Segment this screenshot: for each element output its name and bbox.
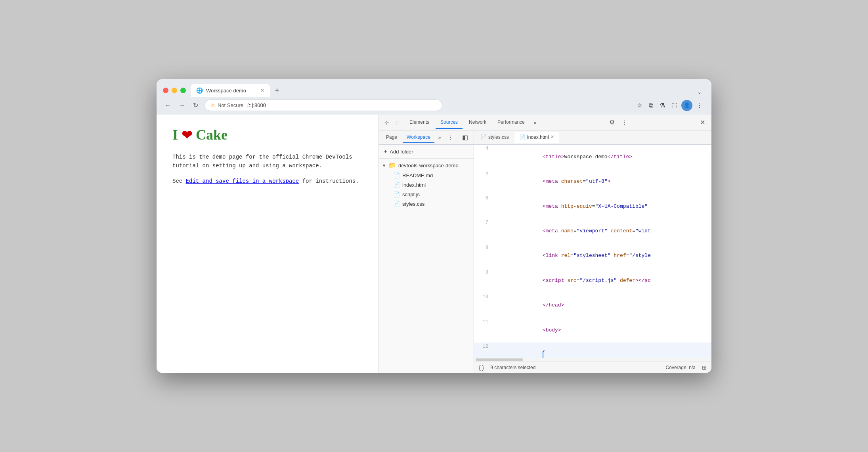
address-bar: ← → ↻ ⚠ Not Secure [::]:8000 ☆ ⧉ ⚗ ⬚ 👤 ⋮ xyxy=(157,97,711,115)
browser-tab-active[interactable]: 🌐 Workspace demo ✕ xyxy=(191,84,270,97)
code-line-10: 10 </head> xyxy=(474,293,711,318)
script-file-icon: 📄 xyxy=(393,191,400,197)
devtools-topbar: ⊹ ⬚ Elements Sources Network Performance… xyxy=(379,115,711,130)
user-avatar[interactable]: 👤 xyxy=(681,100,692,111)
flask-icon[interactable]: ⚗ xyxy=(657,99,667,111)
styles-tab-icon: 📄 xyxy=(480,134,487,140)
extensions-icon[interactable]: ⧉ xyxy=(646,100,656,111)
readme-file-name: README.md xyxy=(402,172,433,178)
devtools-menu-icon[interactable]: ⋮ xyxy=(619,117,630,128)
code-line-7: 7 <meta name="viewport" content="widt xyxy=(474,219,711,243)
scrollbar-thumb xyxy=(476,358,523,361)
tab-bar: 🌐 Workspace demo ✕ + ⌄ xyxy=(191,84,705,97)
add-folder-row[interactable]: + Add folder xyxy=(379,145,474,159)
code-tab-index[interactable]: 📄 index.html ✕ xyxy=(514,132,559,143)
code-line-9: 9 <script src="/script.js" defer></sc xyxy=(474,268,711,293)
devtools-statusbar: { } 9 characters selected Coverage: n/a … xyxy=(474,362,711,373)
code-scrollbar[interactable] xyxy=(474,358,711,362)
page-paragraph-2: See Edit and save files in a workspace f… xyxy=(172,177,363,186)
page-paragraph-1: This is the demo page for the official C… xyxy=(172,153,363,170)
new-tab-button[interactable]: + xyxy=(271,84,283,97)
nav-back-button[interactable]: ← xyxy=(163,100,172,111)
styles-tab-label: styles.css xyxy=(488,134,509,140)
tab-favicon: 🌐 xyxy=(196,87,203,94)
toolbar-icons: ☆ ⧉ ⚗ ⬚ 👤 ⋮ xyxy=(635,99,705,111)
index-file-icon: 📄 xyxy=(393,182,400,188)
devtools-body: Page Workspace » ⋮ ◧ + Add folder ▼ 📁 xyxy=(379,130,711,373)
tab-close-button[interactable]: ✕ xyxy=(260,88,264,93)
tree-file-readme[interactable]: 📄 README.md xyxy=(379,170,474,180)
page-link[interactable]: Edit and save files in a workspace xyxy=(186,178,299,184)
traffic-lights xyxy=(163,88,186,93)
sources-collapse-button[interactable]: ◧ xyxy=(460,132,470,143)
sources-tab-workspace[interactable]: Workspace xyxy=(403,132,434,143)
traffic-lights-row: 🌐 Workspace demo ✕ + ⌄ xyxy=(163,84,705,97)
security-warning-icon: ⚠ xyxy=(210,102,215,108)
body2-suffix: for instructions. xyxy=(299,178,359,184)
sources-tab-menu-icon[interactable]: ⋮ xyxy=(445,133,455,142)
code-tabs: 📄 styles.css 📄 index.html ✕ xyxy=(474,130,711,145)
tab-performance[interactable]: Performance xyxy=(493,116,530,129)
devtools-panel: ⊹ ⬚ Elements Sources Network Performance… xyxy=(379,115,711,373)
address-url: [::]:8000 xyxy=(247,102,266,108)
address-input[interactable]: ⚠ Not Secure [::]:8000 xyxy=(205,100,442,111)
code-line-5: 5 <meta charset="utf-8"> xyxy=(474,169,711,194)
code-line-12: 12 <h1>I ♥ Cake</h1> xyxy=(474,343,711,358)
add-folder-label: Add folder xyxy=(390,149,413,155)
traffic-light-minimize[interactable] xyxy=(172,88,177,93)
tree-file-index[interactable]: 📄 index.html xyxy=(379,180,474,190)
nav-refresh-button[interactable]: ↻ xyxy=(191,100,200,111)
devtools-more-tabs-icon[interactable]: » xyxy=(531,117,539,128)
tab-elements[interactable]: Elements xyxy=(405,116,434,129)
bookmark-icon[interactable]: ☆ xyxy=(635,99,645,111)
devtools-device-icon[interactable]: ⬚ xyxy=(393,117,403,128)
tree-file-script[interactable]: 📄 script.js xyxy=(379,190,474,199)
traffic-light-fullscreen[interactable] xyxy=(180,88,186,93)
traffic-light-close[interactable] xyxy=(163,88,168,93)
code-line-11: 11 <body> xyxy=(474,318,711,343)
devtools-settings-icon[interactable]: ⚙ xyxy=(606,117,618,128)
not-secure-label: Not Secure xyxy=(218,102,243,108)
devtools-cursor-icon[interactable]: ⊹ xyxy=(382,117,392,128)
tab-network[interactable]: Network xyxy=(464,116,491,129)
format-icon[interactable]: { } xyxy=(479,364,484,371)
index-tab-label: index.html xyxy=(527,134,549,140)
coverage-label: Coverage: n/a xyxy=(666,365,696,370)
readme-file-icon: 📄 xyxy=(393,172,400,178)
code-line-8: 8 <link rel="stylesheet" href="/style xyxy=(474,244,711,268)
code-selection-box: <h1>I ♥ Cake</h1> xyxy=(493,350,601,358)
browser-menu-icon[interactable]: ⋮ xyxy=(694,99,705,111)
page-body: This is the demo page for the official C… xyxy=(172,153,363,186)
tab-title: Workspace demo xyxy=(206,88,257,94)
code-tab-styles[interactable]: 📄 styles.css xyxy=(476,132,514,143)
main-area: I ❤ Cake This is the demo page for the o… xyxy=(157,115,711,373)
sources-tab-more[interactable]: » xyxy=(436,133,444,142)
script-file-name: script.js xyxy=(402,192,420,197)
tree-folder-devtools[interactable]: ▼ 📁 devtools-workspace-demo xyxy=(379,160,474,170)
page-content: I ❤ Cake This is the demo page for the o… xyxy=(157,115,379,373)
index-file-name: index.html xyxy=(402,182,426,188)
folder-icon: 📁 xyxy=(388,162,396,169)
add-folder-plus-icon: + xyxy=(384,148,387,155)
sidebar-icon[interactable]: ⬚ xyxy=(669,99,680,111)
sources-tab-page[interactable]: Page xyxy=(382,132,401,143)
sources-tabs: Page Workspace » ⋮ ◧ xyxy=(379,130,474,145)
tab-sources[interactable]: Sources xyxy=(436,116,463,129)
devtools-close-button[interactable]: ✕ xyxy=(697,117,708,128)
tab-chevron-icon[interactable]: ⌄ xyxy=(694,87,705,97)
code-tab-close-icon[interactable]: ✕ xyxy=(551,134,554,140)
sources-sidebar: Page Workspace » ⋮ ◧ + Add folder ▼ 📁 xyxy=(379,130,474,373)
heading-i: I xyxy=(172,127,178,143)
nav-forward-button[interactable]: → xyxy=(177,100,187,111)
browser-window: 🌐 Workspace demo ✕ + ⌄ ← → ↻ ⚠ Not Secur… xyxy=(157,79,711,373)
screenshot-icon[interactable]: ⊞ xyxy=(702,364,707,371)
code-line-6: 6 <meta http-equiv="X-UA-Compatible" xyxy=(474,194,711,219)
heart-icon: ❤ xyxy=(182,128,192,142)
styles-file-name: styles.css xyxy=(402,201,424,207)
tree-file-styles[interactable]: 📄 styles.css xyxy=(379,199,474,209)
code-editor[interactable]: 4 <title>Workspace demo</title> 5 <meta … xyxy=(474,145,711,358)
chars-selected-label: 9 characters selected xyxy=(490,365,659,370)
code-panel: 📄 styles.css 📄 index.html ✕ 4 xyxy=(474,130,711,373)
tree-arrow-icon: ▼ xyxy=(382,163,386,168)
body2-prefix: See xyxy=(172,178,186,184)
